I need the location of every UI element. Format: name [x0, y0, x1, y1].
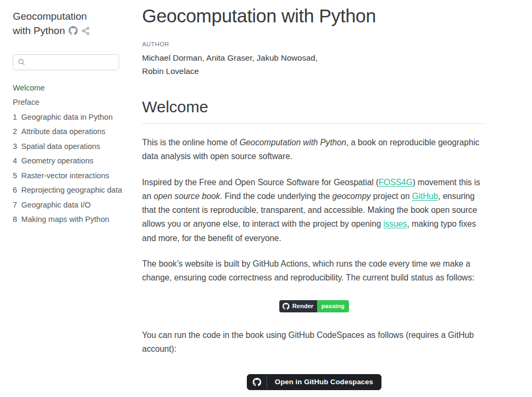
- build-badge-block: Render passing: [142, 300, 486, 312]
- nav-label: Spatial data operations: [21, 142, 100, 151]
- author-line-1: Michael Dorman, Anita Graser, Jakub Nowo…: [142, 51, 486, 64]
- sidebar-item-ch4[interactable]: 4Geometry operations: [13, 155, 126, 167]
- sidebar-search: [13, 54, 119, 70]
- sidebar-item-ch7[interactable]: 7Geographic data I/O: [13, 199, 126, 211]
- issues-link[interactable]: issues: [383, 219, 406, 228]
- codespaces-button-block: Open in GitHub Codespaces: [142, 374, 486, 390]
- page: Geocomputation with Python Welcome Prefa…: [0, 0, 532, 397]
- sidebar-item-welcome[interactable]: Welcome: [13, 82, 126, 94]
- sidebar-item-ch1[interactable]: 1Geographic data in Python: [13, 111, 126, 123]
- github-icon: [247, 375, 267, 390]
- sidebar-item-ch5[interactable]: 5Raster-vector interactions: [13, 170, 126, 181]
- nav-label: Raster-vector interactions: [21, 171, 109, 180]
- nav-label: Attribute data operations: [21, 127, 105, 136]
- sidebar-book-title: Geocomputation with Python: [13, 10, 107, 38]
- paragraph-codespaces: You can run the code in the book using G…: [142, 328, 486, 356]
- paragraph-build-status: The book’s website is built by GitHub Ac…: [142, 257, 486, 285]
- page-title: Geocomputation with Python: [142, 5, 486, 27]
- author-names: Michael Dorman, Anita Graser, Jakub Nowo…: [142, 51, 486, 78]
- sidebar-nav: Welcome Preface 1Geographic data in Pyth…: [13, 82, 126, 226]
- paragraph-intro: This is the online home of Geocomputatio…: [142, 136, 486, 163]
- nav-label: Preface: [13, 98, 39, 106]
- share-nodes-icon[interactable]: [81, 27, 90, 35]
- github-icon: [282, 303, 289, 310]
- nav-label: Geographic data in Python: [21, 113, 113, 121]
- sidebar: Geocomputation with Python Welcome Prefa…: [0, 0, 133, 397]
- main-content: Geocomputation with Python AUTHOR Michae…: [133, 0, 505, 397]
- badge-render-segment: Render: [279, 300, 317, 312]
- badge-passing-segment: passing: [317, 300, 348, 312]
- nav-label: Geographic data I/O: [21, 201, 91, 209]
- nav-label: Geometry operations: [21, 156, 93, 165]
- open-codespaces-button[interactable]: Open in GitHub Codespaces: [247, 374, 382, 390]
- sidebar-item-ch6[interactable]: 6Reprojecting geographic data: [13, 184, 126, 196]
- nav-label: Welcome: [13, 84, 45, 92]
- book-title-italic: Geocomputation with Python: [239, 138, 346, 147]
- foss4g-link[interactable]: FOSS4G: [379, 178, 413, 187]
- sidebar-item-ch2[interactable]: 2Attribute data operations: [13, 126, 126, 137]
- sidebar-item-ch3[interactable]: 3Spatial data operations: [13, 140, 126, 152]
- sidebar-item-ch8[interactable]: 8Making maps with Python: [13, 213, 126, 225]
- sidebar-item-preface[interactable]: Preface: [13, 96, 126, 108]
- welcome-heading: Welcome: [142, 98, 486, 124]
- author-label: AUTHOR: [142, 41, 486, 47]
- nav-label: Reprojecting geographic data: [21, 186, 122, 194]
- search-input[interactable]: [13, 54, 119, 70]
- github-icon[interactable]: [69, 26, 78, 35]
- paragraph-open-source: Inspired by the Free and Open Source Sof…: [142, 176, 486, 245]
- author-line-2: Robin Lovelace: [142, 64, 486, 78]
- nav-label: Making maps with Python: [21, 215, 109, 224]
- github-link[interactable]: GitHub: [412, 192, 438, 201]
- render-status-badge[interactable]: Render passing: [279, 300, 348, 312]
